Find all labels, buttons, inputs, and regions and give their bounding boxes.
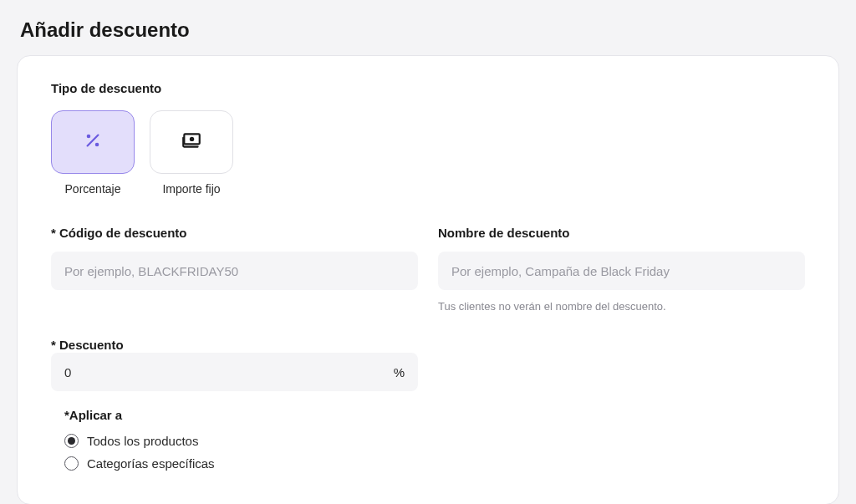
name-help-text: Tus clientes no verán el nombre del desc… [438, 300, 805, 313]
radio-icon [64, 456, 79, 471]
name-column: Nombre de descuento Tus clientes no verá… [438, 226, 805, 313]
discount-type-options: Porcentaje Importe fijo [51, 110, 805, 196]
apply-radio-all[interactable]: Todos los productos [64, 434, 418, 448]
apply-to-section: *Aplicar a Todos los productos Categoría… [51, 408, 418, 471]
page-title: Añadir descuento [0, 0, 856, 55]
discount-name-input[interactable] [438, 252, 805, 290]
discount-type-label: Tipo de descuento [51, 81, 805, 95]
code-column: * Código de descuento [51, 226, 418, 313]
discount-form-card: Tipo de descuento Porcentaje [17, 55, 839, 504]
svg-point-4 [190, 137, 194, 141]
discount-input-wrap: % [51, 353, 418, 391]
svg-point-2 [95, 143, 99, 147]
discount-code-input[interactable] [51, 252, 418, 290]
type-box-percentage[interactable] [51, 110, 135, 174]
type-box-fixed[interactable] [150, 110, 233, 174]
type-caption-fixed: Importe fijo [162, 182, 220, 196]
radio-icon [64, 434, 79, 448]
svg-point-1 [87, 135, 91, 139]
name-label: Nombre de descuento [438, 226, 805, 240]
discount-amount-input[interactable] [51, 353, 418, 391]
radio-label-all: Todos los productos [87, 434, 198, 448]
money-icon [181, 130, 202, 155]
code-name-row: * Código de descuento Nombre de descuent… [51, 226, 805, 313]
code-label: * Código de descuento [51, 226, 418, 240]
type-option-fixed: Importe fijo [150, 110, 233, 196]
radio-label-specific: Categorías específicas [87, 456, 215, 471]
apply-to-label: *Aplicar a [64, 408, 418, 422]
apply-radio-specific[interactable]: Categorías específicas [64, 456, 418, 471]
type-option-percentage: Porcentaje [51, 110, 135, 196]
discount-column: * Descuento % *Aplicar a Todos los produ… [51, 338, 418, 471]
type-caption-percentage: Porcentaje [65, 182, 121, 196]
percent-icon [84, 131, 102, 153]
discount-amount-label: * Descuento [51, 338, 124, 352]
